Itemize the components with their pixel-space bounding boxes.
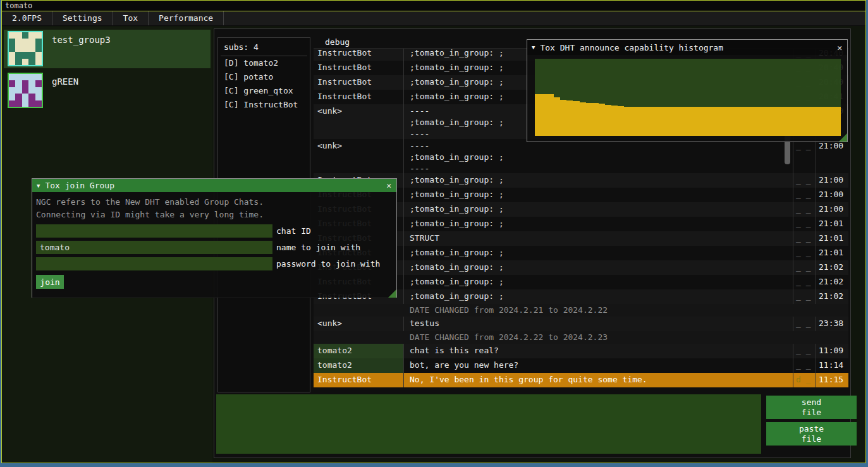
menu-item-tox[interactable]: Tox	[113, 11, 149, 25]
histogram-bar	[554, 97, 560, 136]
join-help-line-2: Connecting via ID might take a very long…	[36, 209, 396, 221]
message-time: 21:02	[816, 289, 848, 304]
join-group-title: Tox join Group	[45, 181, 114, 190]
menu-item-2.0fps[interactable]: 2.0FPS	[2, 11, 52, 25]
histogram-bar	[809, 107, 815, 136]
message-text: ;tomato_in_group: ;	[403, 202, 793, 217]
message-text: ;tomato_in_group: ;	[403, 173, 793, 188]
histogram-bar	[535, 94, 541, 136]
histogram-bar	[573, 101, 579, 136]
dht-histogram-window: ▼ Tox DHT announce capability histogram …	[527, 39, 848, 142]
join-input-password[interactable]	[36, 257, 272, 270]
date-divider-row: DATE CHANGED from 2024.2.22 to 2024.2.23	[314, 331, 848, 344]
join-help-line-1: NGC refers to the New DHT enabled Group …	[36, 196, 396, 209]
message-time: 21:00	[816, 202, 848, 217]
message-time: 21:02	[816, 275, 848, 289]
histogram-bar	[560, 100, 566, 136]
close-icon[interactable]: ✕	[381, 181, 396, 190]
group-name: test_group3	[52, 35, 111, 45]
message-time: 21:00	[816, 139, 848, 173]
message-status: _ _	[793, 317, 816, 331]
message-status: _ _	[793, 275, 816, 289]
subs-count: subs: 4	[218, 38, 310, 56]
message-text: ---- ;tomato_in_group: ; ----	[403, 139, 793, 173]
group-avatar-icon	[8, 31, 43, 66]
sender-name: tomato2	[314, 358, 403, 373]
join-field-row: password to join with	[36, 257, 396, 270]
join-field-label: chat ID	[276, 226, 311, 236]
join-field-row: name to join with	[36, 241, 396, 254]
histogram-bar	[790, 107, 796, 136]
collapse-icon[interactable]: ▼	[532, 44, 535, 51]
message-text: ;tomato_in_group: ;	[403, 275, 793, 289]
message-status: d _	[793, 373, 816, 387]
message-status: _ _	[793, 139, 816, 173]
tab-debug[interactable]: debug	[314, 37, 356, 47]
window-title: tomato	[5, 1, 32, 10]
group-item-test_group3[interactable]: test_group3	[4, 30, 211, 68]
join-group-window: ▼ Tox join Group ✕ NGC refers to the New…	[32, 178, 397, 298]
resize-grip-icon[interactable]	[839, 133, 847, 142]
histogram-bar	[637, 107, 643, 136]
chat-message-row[interactable]: <unk>testus_ _23:38	[314, 317, 848, 331]
message-status: _ _	[793, 260, 816, 275]
resize-grip-icon[interactable]	[388, 289, 396, 298]
histogram-bar	[802, 107, 809, 136]
chat-message-row[interactable]: tomato2bot, are you new here?_ _11:14	[314, 358, 848, 373]
chat-message-row[interactable]: InstructBotNo, I've been in this group f…	[314, 373, 848, 387]
dht-histogram-titlebar[interactable]: ▼ Tox DHT announce capability histogram …	[527, 40, 847, 55]
histogram-bar	[580, 102, 586, 136]
message-text: STRUCT	[403, 231, 793, 246]
histogram-bar	[656, 107, 662, 136]
join-input-chat[interactable]	[36, 224, 272, 238]
histogram-bar	[605, 105, 611, 136]
message-text: No, I've been in this group for quite so…	[403, 373, 793, 387]
send-file-button[interactable]: send file	[766, 396, 857, 419]
paste-file-button[interactable]: paste file	[766, 422, 857, 446]
histogram-bar	[758, 107, 764, 136]
histogram-bar	[783, 107, 790, 136]
dht-histogram-body	[527, 55, 847, 142]
subs-member[interactable]: [C] potato	[218, 70, 310, 84]
histogram-bar	[822, 107, 828, 136]
subs-member[interactable]: [C] InstructBot	[218, 98, 310, 112]
histogram-bar	[682, 107, 688, 136]
histogram-bar	[764, 107, 771, 136]
histogram-bar	[618, 106, 624, 136]
sender-name: InstructBot	[314, 90, 403, 104]
join-button[interactable]: join	[36, 275, 64, 289]
close-icon[interactable]: ✕	[832, 43, 847, 52]
message-status: _ _	[793, 358, 816, 373]
chat-message-row[interactable]: <unk>---- ;tomato_in_group: ; ----_ _21:…	[314, 139, 848, 173]
histogram-bar	[739, 107, 745, 136]
date-divider-row: DATE CHANGED from 2024.2.21 to 2024.2.22	[314, 304, 848, 317]
menu-item-performance[interactable]: Performance	[149, 11, 224, 25]
message-input[interactable]	[216, 394, 761, 454]
histogram-bar	[599, 104, 605, 136]
join-field-label: name to join with	[276, 243, 360, 252]
sender-name: InstructBot	[314, 75, 403, 90]
menu-item-settings[interactable]: Settings	[52, 11, 113, 25]
collapse-icon[interactable]: ▼	[37, 183, 40, 189]
join-group-titlebar[interactable]: ▼ Tox join Group ✕	[32, 179, 396, 192]
histogram-bar	[624, 107, 630, 136]
histogram-bar	[796, 107, 802, 136]
histogram-bar	[541, 94, 547, 136]
group-item-gREEN[interactable]: gREEN	[4, 71, 211, 110]
histogram-bar	[566, 100, 573, 136]
message-time: 11:14	[816, 358, 848, 373]
window-titlebar[interactable]: tomato	[2, 1, 865, 11]
message-time: 21:00	[816, 188, 848, 202]
join-input-name[interactable]	[36, 241, 272, 254]
subs-member[interactable]: [D] tomato2	[218, 56, 310, 70]
chat-message-row[interactable]: tomato2chat is this real?_ _11:09	[314, 344, 848, 358]
sender-name: <unk>	[314, 317, 403, 331]
subs-member[interactable]: [C] green_qtox	[218, 84, 310, 98]
sender-name: tomato2	[314, 344, 403, 358]
histogram-bar	[611, 106, 618, 136]
sender-name: InstructBot	[314, 373, 403, 387]
histogram-bar	[719, 107, 726, 136]
sender-name: InstructBot	[314, 61, 403, 75]
message-text: ;tomato_in_group: ;	[403, 188, 793, 202]
group-avatar-icon	[8, 73, 43, 108]
